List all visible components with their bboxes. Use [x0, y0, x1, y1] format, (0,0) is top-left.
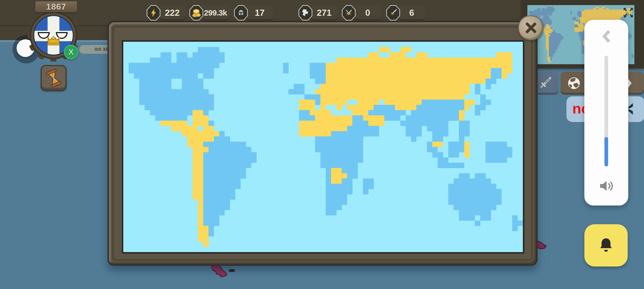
helmet-icon [236, 8, 246, 18]
attack-sword-icon [537, 75, 553, 92]
resource-helmet-value: 17 [246, 5, 273, 21]
gold-coins-icon [191, 8, 201, 18]
energy-bolt-icon [149, 8, 158, 18]
resource-energy-value: 222 [159, 5, 186, 21]
notifications-button[interactable] [584, 224, 628, 267]
sword-icon [388, 8, 398, 18]
volume-slider[interactable] [604, 56, 608, 166]
world-map-dialog [108, 21, 538, 266]
resource-territories-value: 271 [311, 5, 338, 21]
close-icon [523, 20, 539, 36]
map-creature-dot [229, 269, 235, 272]
volume-slider-fill [604, 137, 608, 166]
globe-icon [566, 75, 582, 91]
chevron-left-icon[interactable] [601, 29, 612, 43]
resource-battles[interactable] [342, 5, 356, 21]
bell-icon [598, 237, 614, 254]
world-map-canvas[interactable] [123, 42, 523, 252]
hourglass-button[interactable] [41, 65, 67, 91]
crown-icon [45, 35, 62, 46]
territory-icon [301, 8, 310, 18]
game-screen: 1867 X 0/0 XP 222 299.3k [0, 0, 644, 289]
world-button[interactable] [561, 72, 587, 95]
map-creature-left [210, 264, 231, 278]
resource-territories[interactable] [298, 5, 312, 21]
year-text: 1867 [46, 2, 66, 12]
year-banner: 1867 [35, 1, 77, 12]
level-badge-text: X [68, 48, 74, 56]
settings-flyout [584, 20, 628, 206]
level-badge: X [64, 45, 78, 59]
xp-bar: 0/0 XP [79, 45, 112, 54]
expand-icon[interactable] [623, 7, 634, 18]
speaker-icon[interactable] [598, 179, 614, 193]
xp-text: 0/0 XP [95, 47, 109, 52]
crossed-swords-icon [344, 8, 354, 18]
resource-gold-value: 299.3k [202, 5, 229, 21]
world-map-frame [122, 40, 524, 254]
resource-swords-value: 6 [398, 5, 425, 21]
hourglass-icon [44, 67, 64, 89]
resource-swords[interactable] [386, 5, 400, 21]
resource-battles-value: 0 [354, 5, 381, 21]
